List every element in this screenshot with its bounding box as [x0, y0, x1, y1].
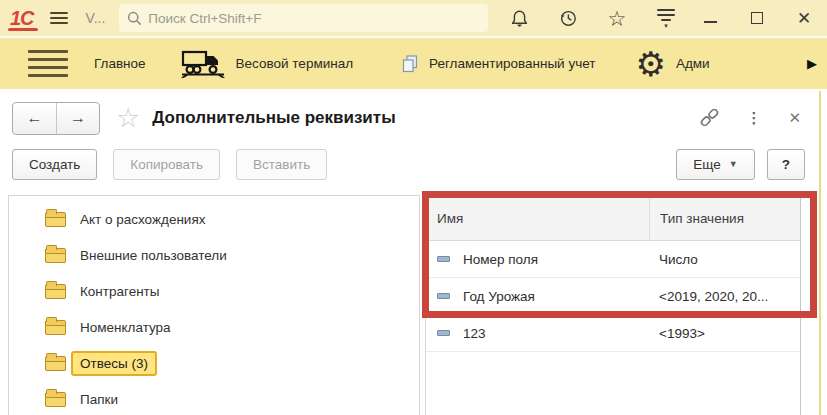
section-weighing-terminal[interactable]: Весовой терминал	[180, 48, 353, 80]
back-button[interactable]: ←	[13, 103, 56, 134]
folder-item[interactable]: Номенклатура	[9, 309, 419, 345]
chevron-down-icon: ▼	[729, 159, 738, 169]
folder-icon	[45, 356, 66, 371]
folder-item[interactable]: Внешние пользователи	[9, 237, 419, 273]
1c-logo: 1С	[10, 7, 34, 30]
sections-scroll-right-icon[interactable]: ▶	[803, 56, 821, 71]
help-button[interactable]: ?	[767, 149, 805, 180]
column-header-name[interactable]: Имя	[426, 211, 649, 226]
folder-item[interactable]: Акт о расхождениях	[9, 201, 419, 237]
attribute-dash-icon	[437, 293, 450, 299]
create-button[interactable]: Создать	[12, 149, 97, 180]
truck-scale-icon	[180, 48, 226, 80]
table-header: Имя Тип значения	[426, 196, 800, 241]
titlebar: 1С V... ☆ ▾	[0, 0, 827, 38]
attributes-table: Имя Тип значения Номер поля Число Год Ур…	[425, 195, 801, 415]
forward-button[interactable]: →	[56, 103, 99, 134]
command-bar: Создать Копировать Вставить Еще ▼ ?	[12, 147, 817, 181]
table-row[interactable]: 123 <1993>	[426, 315, 800, 352]
table-row[interactable]: Номер поля Число	[426, 241, 800, 278]
main-menu-icon[interactable]	[50, 12, 68, 24]
history-clock-icon[interactable]	[557, 7, 579, 29]
paste-button[interactable]: Вставить	[236, 149, 327, 180]
service-menu-icon[interactable]: ▾	[655, 7, 677, 29]
nav-history-group: ← →	[12, 102, 100, 135]
table-row[interactable]: Год Урожая <2019, 2020, 20...	[426, 278, 800, 315]
global-search[interactable]	[119, 4, 488, 32]
form-additional-attributes: ← → ☆ Дополнительные реквизиты ⋮ ✕ Созда…	[0, 91, 827, 415]
window-label: V...	[86, 10, 106, 26]
folder-icon	[45, 212, 66, 227]
minimize-icon[interactable]	[699, 7, 721, 29]
folder-icon	[45, 392, 66, 407]
get-link-icon[interactable]	[700, 109, 719, 128]
more-button[interactable]: Еще ▼	[676, 149, 754, 180]
attribute-dash-icon	[437, 256, 450, 262]
folder-item-selected[interactable]: Отвесы (3)	[9, 345, 419, 381]
folder-item[interactable]: Контрагенты	[9, 273, 419, 309]
window-right-edge	[819, 91, 821, 415]
close-window-icon[interactable]: ✕	[793, 7, 815, 29]
favorite-star-icon[interactable]: ☆	[116, 105, 140, 132]
search-input[interactable]	[148, 11, 480, 26]
attribute-dash-icon	[437, 330, 450, 336]
sections-toolbar: Главное Весовой терминал Регламентирован…	[0, 38, 827, 91]
section-administration[interactable]: ⚙ Адми	[635, 47, 709, 81]
notifications-bell-icon[interactable]	[508, 7, 530, 29]
gear-icon: ⚙	[635, 47, 665, 81]
folder-icon	[45, 284, 66, 299]
close-form-icon[interactable]: ✕	[788, 109, 801, 127]
more-menu-icon[interactable]: ⋮	[746, 109, 761, 127]
folder-item[interactable]: Папки	[9, 381, 419, 415]
section-regulated-accounting[interactable]: Регламентированный учет	[401, 54, 595, 73]
favorites-star-icon[interactable]: ☆	[606, 7, 628, 29]
column-header-type[interactable]: Тип значения	[649, 196, 800, 240]
sections-menu-icon[interactable]	[28, 50, 68, 77]
copy-button[interactable]: Копировать	[113, 149, 220, 180]
search-icon	[127, 11, 142, 26]
folder-icon	[45, 248, 66, 263]
folder-icon	[45, 320, 66, 335]
page-title: Дополнительные реквизиты	[152, 108, 395, 128]
form-header: ← → ☆ Дополнительные реквизиты ⋮ ✕	[12, 97, 817, 139]
maximize-icon[interactable]	[746, 7, 768, 29]
copy-pages-icon	[401, 54, 419, 73]
folders-panel: Акт о расхождениях Внешние пользователи …	[8, 195, 420, 415]
section-main[interactable]: Главное	[94, 54, 146, 73]
